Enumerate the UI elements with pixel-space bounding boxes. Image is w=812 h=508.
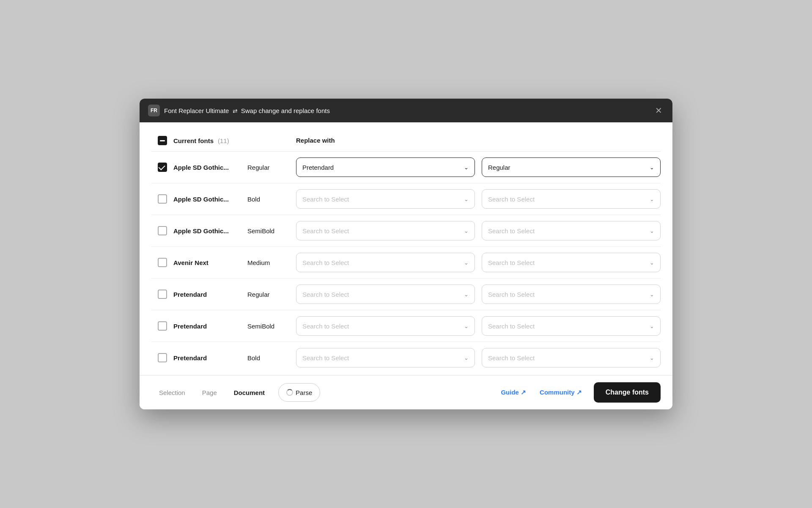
replace-style-dropdown[interactable]: Search to Select ⌄ [482,284,661,304]
row-checkbox-col [151,353,173,362]
chevron-down-icon: ⌄ [650,228,654,234]
app-window: FR Font Replacer Ultimate ⇄ Swap change … [140,99,672,409]
row-checkbox[interactable] [158,258,167,267]
replace-style-dropdown[interactable]: Search to Select ⌄ [482,253,661,272]
row-checkbox[interactable] [158,290,167,299]
replace-font-dropdown[interactable]: Search to Select ⌄ [296,348,475,367]
scope-btn-page[interactable]: Page [195,383,225,402]
swap-icon: ⇄ [233,108,238,114]
table-row: Pretendard SemiBold Search to Select ⌄ S… [151,310,661,342]
scope-btn-selection[interactable]: Selection [151,383,193,402]
chevron-down-icon: ⌄ [464,164,469,171]
community-button[interactable]: Community ↗ [535,389,587,396]
column-headers: Current fonts (11) Replace with [151,131,661,152]
row-font-name: Avenir Next [173,259,243,266]
row-checkbox[interactable] [158,194,167,204]
replace-font-value: Search to Select [302,196,349,203]
replace-font-value: Search to Select [302,227,349,235]
row-checkbox[interactable] [158,226,167,235]
row-font-info: Apple SD Gothic... Regular [173,164,292,171]
row-font-name: Apple SD Gothic... [173,196,243,203]
replace-style-value: Search to Select [488,196,535,203]
close-button[interactable]: ✕ [653,105,664,116]
chevron-down-icon: ⌄ [464,196,469,202]
replace-style-value: Regular [488,164,510,171]
current-fonts-header: Current fonts (11) [173,137,292,144]
titlebar-left: FR Font Replacer Ultimate ⇄ Swap change … [148,105,330,116]
replace-with-label: Replace with [296,137,335,144]
replace-style-dropdown[interactable]: Regular ⌄ [482,157,661,177]
row-checkbox-col [151,321,173,331]
row-replace-fields: Search to Select ⌄ Search to Select ⌄ [292,284,661,304]
scope-buttons: SelectionPageDocument [151,383,272,402]
parse-label: Parse [296,389,312,396]
replace-font-value: Search to Select [302,291,349,298]
table-row: Apple SD Gothic... Regular Pretendard ⌄ … [151,152,661,183]
replace-font-dropdown[interactable]: Search to Select ⌄ [296,284,475,304]
replace-style-dropdown[interactable]: Search to Select ⌄ [482,348,661,367]
chevron-down-icon: ⌄ [464,323,469,329]
row-font-info: Avenir Next Medium [173,259,292,266]
row-replace-fields: Search to Select ⌄ Search to Select ⌄ [292,189,661,209]
chevron-down-icon: ⌄ [650,323,654,329]
replace-font-dropdown[interactable]: Pretendard ⌄ [296,157,475,177]
row-font-style: SemiBold [247,323,285,330]
replace-style-dropdown[interactable]: Search to Select ⌄ [482,189,661,209]
scope-btn-document[interactable]: Document [226,383,272,402]
row-checkbox[interactable] [158,163,167,172]
replace-font-dropdown[interactable]: Search to Select ⌄ [296,221,475,240]
replace-font-dropdown[interactable]: Search to Select ⌄ [296,316,475,336]
row-replace-fields: Pretendard ⌄ Regular ⌄ [292,157,661,177]
select-all-checkbox-col [151,136,173,145]
table-row: Pretendard Bold Search to Select ⌄ Searc… [151,342,661,373]
row-font-style: SemiBold [247,227,285,235]
chevron-down-icon: ⌄ [464,291,469,298]
change-fonts-button[interactable]: Change fonts [594,382,661,403]
chevron-down-icon: ⌄ [464,228,469,234]
table-row: Apple SD Gothic... SemiBold Search to Se… [151,215,661,247]
chevron-down-icon: ⌄ [464,355,469,361]
replace-font-value: Search to Select [302,259,349,266]
chevron-down-icon: ⌄ [650,291,654,298]
row-checkbox-col [151,163,173,172]
row-checkbox-col [151,258,173,267]
parse-button[interactable]: Parse [278,383,320,402]
row-checkbox[interactable] [158,353,167,362]
table-row: Apple SD Gothic... Bold Search to Select… [151,183,661,215]
row-checkbox-col [151,226,173,235]
replace-font-value: Search to Select [302,323,349,330]
row-font-name: Apple SD Gothic... [173,227,243,235]
chevron-down-icon: ⌄ [650,164,654,171]
chevron-down-icon: ⌄ [464,260,469,266]
fonts-count: (11) [218,137,229,144]
titlebar: FR Font Replacer Ultimate ⇄ Swap change … [140,99,672,122]
guide-button[interactable]: Guide ↗ [496,389,531,396]
footer: SelectionPageDocument Parse Guide ↗ Comm… [140,375,672,409]
replace-style-value: Search to Select [488,291,535,298]
row-checkbox-col [151,290,173,299]
row-font-name: Pretendard [173,354,243,362]
row-font-name: Pretendard [173,323,243,330]
row-font-info: Pretendard Regular [173,291,292,298]
row-replace-fields: Search to Select ⌄ Search to Select ⌄ [292,221,661,240]
replace-with-header: Replace with [292,137,661,144]
replace-font-dropdown[interactable]: Search to Select ⌄ [296,189,475,209]
replace-style-dropdown[interactable]: Search to Select ⌄ [482,221,661,240]
replace-style-value: Search to Select [488,259,535,266]
current-fonts-label: Current fonts [173,137,214,144]
replace-style-dropdown[interactable]: Search to Select ⌄ [482,316,661,336]
chevron-down-icon: ⌄ [650,260,654,266]
row-font-info: Pretendard SemiBold [173,323,292,330]
row-checkbox[interactable] [158,321,167,331]
row-font-style: Medium [247,259,285,266]
app-title: Font Replacer Ultimate ⇄ Swap change and… [164,107,330,114]
row-font-info: Apple SD Gothic... Bold [173,196,292,203]
replace-style-value: Search to Select [488,227,535,235]
select-all-checkbox[interactable] [158,136,167,145]
row-font-info: Pretendard Bold [173,354,292,362]
replace-font-value: Pretendard [302,164,334,171]
row-font-info: Apple SD Gothic... SemiBold [173,227,292,235]
chevron-down-icon: ⌄ [650,355,654,361]
replace-font-dropdown[interactable]: Search to Select ⌄ [296,253,475,272]
replace-style-value: Search to Select [488,323,535,330]
